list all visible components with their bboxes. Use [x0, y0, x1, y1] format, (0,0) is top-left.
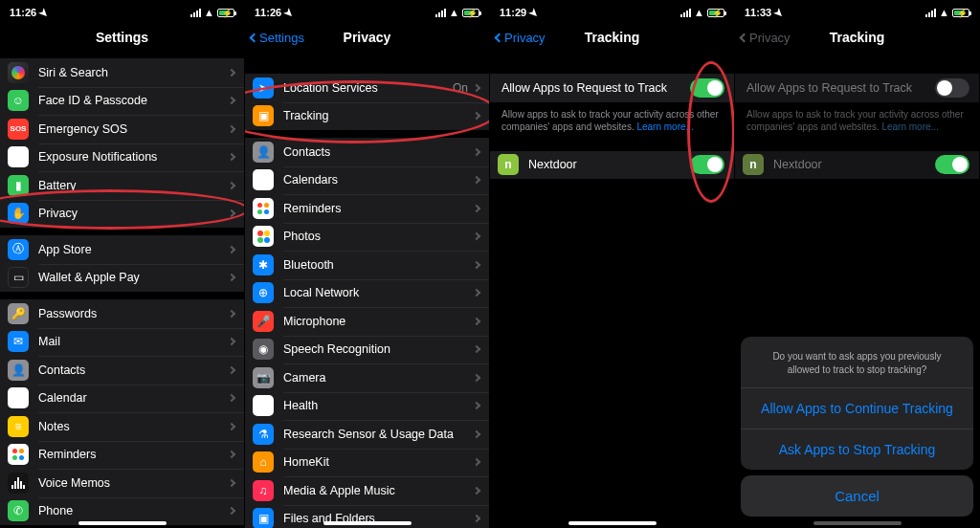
settings-group-1: Siri & Search ☺Face ID & Passcode SOSEme…	[0, 58, 244, 228]
chevron-right-icon	[228, 366, 235, 374]
wifi-icon: ▲	[449, 7, 459, 18]
row-camera[interactable]: 📷Camera	[245, 363, 489, 392]
toggle-app-nextdoor[interactable]	[690, 155, 724, 174]
home-indicator[interactable]	[78, 521, 167, 525]
row-label: Privacy	[38, 207, 229, 220]
row-tracking[interactable]: ▣Tracking	[245, 102, 489, 131]
row-mail[interactable]: ✉Mail	[0, 328, 244, 357]
tracking-group-allow: Allow Apps to Request to Track	[490, 74, 734, 102]
row-exposure[interactable]: ⦿Exposure Notifications	[0, 143, 244, 172]
status-bar: 11:26➤ ▲⚡	[0, 0, 244, 21]
wifi-icon: ▲	[939, 7, 949, 18]
status-time: 11:26	[10, 7, 36, 18]
screen-privacy: 11:26➤ ▲⚡ Settings Privacy ➤Location Ser…	[245, 0, 490, 528]
row-calendars[interactable]: ▦Calendars	[245, 166, 489, 195]
home-indicator[interactable]	[813, 521, 902, 525]
row-contacts[interactable]: 👤Contacts	[245, 138, 489, 166]
camera-icon: 📷	[253, 367, 274, 388]
action-ask-stop[interactable]: Ask Apps to Stop Tracking	[741, 429, 973, 470]
row-notes[interactable]: ≡Notes	[0, 412, 244, 441]
chevron-right-icon	[228, 479, 235, 487]
row-reminders[interactable]: Reminders	[245, 194, 489, 223]
row-passwords[interactable]: 🔑Passwords	[0, 299, 244, 328]
row-health[interactable]: ♥Health	[245, 392, 489, 421]
chevron-right-icon	[473, 487, 480, 495]
chevron-right-icon	[473, 289, 480, 297]
chevron-right-icon	[228, 97, 235, 104]
row-label: Face ID & Passcode	[38, 94, 229, 107]
tracking-apps-group: n Nextdoor	[490, 151, 734, 180]
learn-more-link[interactable]: Learn more...	[636, 121, 693, 132]
chevron-left-icon	[250, 33, 259, 42]
wifi-icon: ▲	[204, 7, 214, 18]
wifi-icon: ▲	[694, 7, 704, 18]
row-contacts[interactable]: 👤Contacts	[0, 356, 244, 385]
row-research[interactable]: ⚗Research Sensor & Usage Data	[245, 420, 489, 449]
row-bluetooth[interactable]: ✱Bluetooth	[245, 251, 489, 279]
screen-settings: 11:26➤ ▲⚡ Settings Siri & Search ☺Face I…	[0, 0, 245, 528]
chevron-right-icon	[228, 69, 235, 77]
row-localnetwork[interactable]: ⊕Local Network	[245, 279, 489, 308]
home-indicator[interactable]	[568, 521, 657, 525]
chevron-right-icon	[228, 125, 235, 133]
row-homekit[interactable]: ⌂HomeKit	[245, 449, 489, 477]
learn-more-link: Learn more...	[881, 121, 938, 132]
row-label: Battery	[38, 179, 229, 192]
row-label: Photos	[283, 230, 474, 243]
row-allow-tracking[interactable]: Allow Apps to Request to Track	[490, 74, 734, 102]
row-label: Contacts	[283, 145, 474, 159]
chevron-right-icon	[228, 310, 235, 318]
privacy-icon: ✋	[8, 203, 29, 224]
row-appstore[interactable]: ⒶApp Store	[0, 235, 244, 264]
row-battery[interactable]: ▮Battery	[0, 171, 244, 200]
row-allow-tracking: Allow Apps to Request to Track	[735, 74, 979, 102]
signal-icon	[435, 9, 446, 17]
row-location-services[interactable]: ➤Location ServicesOn	[245, 74, 489, 102]
row-speech[interactable]: ◉Speech Recognition	[245, 336, 489, 364]
nav-header: Privacy Tracking	[490, 24, 734, 51]
row-siri[interactable]: Siri & Search	[0, 58, 244, 87]
location-arrow-icon: ➤	[526, 5, 542, 20]
tracking-footer: Allow apps to ask to track your activity…	[490, 102, 734, 143]
row-calendar[interactable]: 20Calendar	[0, 385, 244, 413]
row-app-nextdoor[interactable]: n Nextdoor	[490, 151, 734, 180]
network-icon: ⊕	[253, 282, 274, 303]
home-indicator[interactable]	[323, 521, 412, 525]
row-detail: On	[453, 81, 468, 95]
chevron-right-icon	[228, 209, 235, 217]
chevron-left-icon	[740, 33, 749, 42]
status-time: 11:29	[500, 7, 526, 18]
contacts-icon: 👤	[8, 360, 29, 381]
chevron-right-icon	[473, 515, 480, 522]
row-label: Contacts	[38, 363, 229, 377]
row-sos[interactable]: SOSEmergency SOS	[0, 115, 244, 143]
battery-icon: ⚡	[707, 9, 724, 17]
row-label: Allow Apps to Request to Track	[501, 81, 690, 95]
row-reminders[interactable]: Reminders	[0, 441, 244, 470]
action-cancel[interactable]: Cancel	[741, 475, 973, 517]
nav-header: Settings	[0, 24, 244, 51]
chevron-right-icon	[228, 338, 235, 345]
row-label: Calendars	[283, 173, 474, 187]
row-label: Voice Memos	[38, 476, 229, 490]
chevron-right-icon	[228, 246, 235, 253]
row-faceid[interactable]: ☺Face ID & Passcode	[0, 87, 244, 116]
action-allow-continue[interactable]: Allow Apps to Continue Tracking	[741, 387, 973, 429]
privacy-group-1: ➤Location ServicesOn ▣Tracking	[245, 74, 489, 130]
chevron-right-icon	[473, 318, 480, 325]
row-media[interactable]: ♫Media & Apple Music	[245, 476, 489, 505]
row-voicememos[interactable]: Voice Memos	[0, 469, 244, 497]
row-photos[interactable]: Photos	[245, 223, 489, 252]
back-button[interactable]: Privacy	[496, 31, 546, 45]
row-label: Microphone	[283, 315, 474, 328]
back-button[interactable]: Settings	[251, 31, 304, 45]
files-icon: ▣	[253, 508, 274, 528]
row-microphone[interactable]: 🎤Microphone	[245, 307, 489, 336]
location-arrow-icon: ➤	[771, 5, 787, 20]
row-label: Local Network	[283, 286, 474, 299]
toggle-allow-tracking[interactable]	[690, 78, 724, 98]
nextdoor-icon: n	[498, 154, 519, 175]
row-privacy[interactable]: ✋Privacy	[0, 200, 244, 229]
row-wallet[interactable]: ▭Wallet & Apple Pay	[0, 264, 244, 293]
row-label: Mail	[38, 335, 229, 348]
